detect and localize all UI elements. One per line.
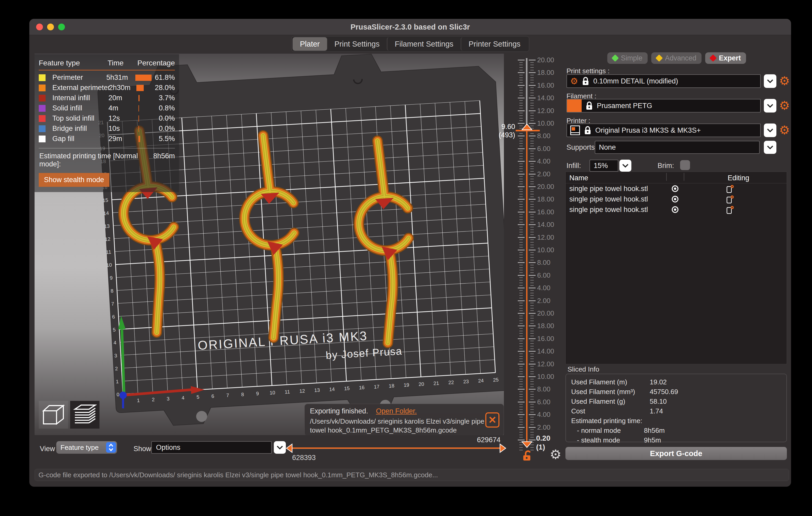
infill-label: Infill:: [567, 162, 581, 170]
chevron-down-icon: [277, 445, 283, 450]
ruler-label: 10.00: [537, 119, 561, 127]
ruler-label: 14.00: [537, 347, 561, 355]
svg-text:15: 15: [103, 197, 108, 203]
mode-diamond-icon: [611, 54, 619, 62]
printer-edit-gear[interactable]: ⚙: [779, 124, 790, 136]
print-settings-dropdown-button[interactable]: [764, 74, 776, 88]
range-slider-right-handle[interactable]: [499, 443, 507, 453]
show-options-dropdown-button[interactable]: [274, 441, 286, 454]
feature-color-swatch: [39, 105, 46, 112]
svg-text:6: 6: [211, 393, 214, 399]
show-stealth-mode-button[interactable]: Show stealth mode: [39, 173, 109, 187]
printer-select[interactable]: Original Prusa i3 MK3S & MK3S+: [567, 123, 761, 137]
layer-slider-rail[interactable]: [526, 58, 527, 131]
tab-print-settings[interactable]: Print Settings: [327, 37, 387, 51]
lock-icon: [582, 77, 589, 86]
ruler-label: 14.00: [537, 220, 561, 229]
object-list-row[interactable]: single pipe towel hook.stl: [566, 194, 787, 204]
ruler-label: 4.00: [537, 157, 561, 165]
3d-viewport[interactable]: 1234567891011121314151617181920212223242…: [34, 54, 504, 435]
filament-select[interactable]: Prusament PETG: [567, 99, 761, 113]
svg-text:10: 10: [269, 390, 275, 396]
editor-view-button[interactable]: [39, 401, 68, 429]
show-label: Show: [134, 443, 151, 455]
view-select[interactable]: Feature type: [56, 441, 117, 454]
brim-checkbox[interactable]: [680, 160, 690, 170]
svg-text:16: 16: [359, 385, 365, 390]
feature-percentage: 61.8%: [155, 73, 175, 82]
tab-plater[interactable]: Plater: [293, 37, 327, 51]
object-list-row[interactable]: single pipe towel hook.stl: [566, 204, 787, 215]
print-settings-select[interactable]: ⚙ 0.10mm DETAIL (modified): [567, 74, 761, 88]
moves-range-slider[interactable]: [292, 448, 500, 449]
feature-label: Bridge infill: [52, 125, 108, 133]
feature-label: Perimeter: [52, 73, 106, 82]
svg-text:7: 7: [111, 301, 114, 307]
tab-printer-settings[interactable]: Printer Settings: [461, 37, 528, 51]
feature-bar: [139, 95, 158, 101]
feature-label: Internal infill: [52, 94, 108, 102]
layers-icon: [73, 403, 97, 426]
show-options-field[interactable]: Options: [151, 441, 272, 454]
svg-text:4: 4: [113, 340, 116, 346]
tab-filament-settings[interactable]: Filament Settings: [387, 37, 461, 51]
edit-object-icon[interactable]: [726, 195, 734, 204]
open-folder-link[interactable]: Open Folder.: [376, 407, 417, 415]
mode-simple[interactable]: Simple: [607, 52, 648, 64]
legend-row: Gap fill29m5.5%: [39, 134, 175, 144]
legend-row: Bridge infill10s0.0%: [39, 123, 175, 134]
svg-text:12: 12: [299, 388, 305, 394]
filament-color-swatch: [567, 99, 582, 112]
print-settings-gear-icon: ⚙: [570, 77, 578, 86]
legend-row: External perimeter2h30m28.0%: [39, 83, 175, 93]
object-list-row[interactable]: single pipe towel hook.stl: [566, 183, 787, 194]
filament-edit-gear[interactable]: ⚙: [779, 99, 790, 112]
svg-text:0: 0: [116, 392, 120, 397]
visibility-eye-icon[interactable]: [671, 195, 679, 203]
ruler-label: 2.00: [537, 297, 561, 305]
visibility-eye-icon[interactable]: [671, 206, 679, 213]
mode-advanced[interactable]: Advanced: [651, 52, 701, 64]
ruler-label: 12.00: [537, 360, 561, 368]
range-slider-left-handle[interactable]: [285, 443, 293, 453]
unlock-icon[interactable]: [522, 450, 533, 461]
slider-settings-gear-icon[interactable]: ⚙: [550, 448, 561, 461]
feature-color-swatch: [39, 125, 46, 132]
edit-object-icon[interactable]: [726, 184, 734, 193]
feature-time: 29m: [108, 135, 139, 143]
supports-select[interactable]: None: [595, 141, 760, 154]
infill-dropdown-button[interactable]: [619, 160, 631, 172]
print-settings-edit-gear[interactable]: ⚙: [779, 75, 790, 87]
layer-slider-handle[interactable]: [521, 123, 533, 130]
ruler-label: 4.00: [537, 411, 561, 419]
close-notification-button[interactable]: ✕: [485, 413, 499, 428]
mode-diamond-icon: [656, 54, 663, 62]
app-window: PrusaSlicer-2.3.0 based on Slic3r Plater…: [29, 19, 791, 487]
filament-dropdown-button[interactable]: [764, 99, 776, 113]
svg-text:2: 2: [115, 366, 118, 371]
export-gcode-button[interactable]: Export G-code: [566, 447, 787, 460]
svg-text:8: 8: [241, 392, 244, 397]
preview-view-button[interactable]: [70, 401, 99, 429]
object-list: Name Editing single pipe towel hook.stl …: [566, 172, 787, 364]
sliced-info-row: Estimated printing time:: [566, 416, 786, 426]
infill-select[interactable]: 15%: [589, 160, 618, 172]
sliced-info-panel: Used Filament (m)19.02Used Filament (mm³…: [566, 374, 787, 442]
layer-slider-range[interactable]: [526, 131, 527, 442]
layer-slider-bottom-handle[interactable]: [521, 441, 533, 449]
mode-expert[interactable]: Expert: [705, 52, 746, 64]
sliced-info-row: - normal mode8h56m: [566, 426, 786, 435]
visibility-eye-icon[interactable]: [671, 185, 679, 192]
edit-object-icon[interactable]: [726, 205, 734, 214]
object-name: single pipe towel hook.stl: [569, 185, 648, 193]
sliced-info-row: Used Filament (g)58.10: [566, 397, 786, 406]
chevron-down-icon: [767, 79, 774, 83]
object-name: single pipe towel hook.stl: [569, 195, 648, 203]
ruler-label: 8.00: [537, 385, 561, 393]
supports-dropdown-button[interactable]: [764, 141, 776, 154]
window-title: PrusaSlicer-2.3.0 based on Slic3r: [29, 19, 791, 35]
feature-bar: [139, 115, 158, 122]
ruler-label: 6.00: [537, 145, 561, 153]
ruler-label: 18.00: [537, 322, 561, 330]
printer-dropdown-button[interactable]: [764, 123, 776, 137]
